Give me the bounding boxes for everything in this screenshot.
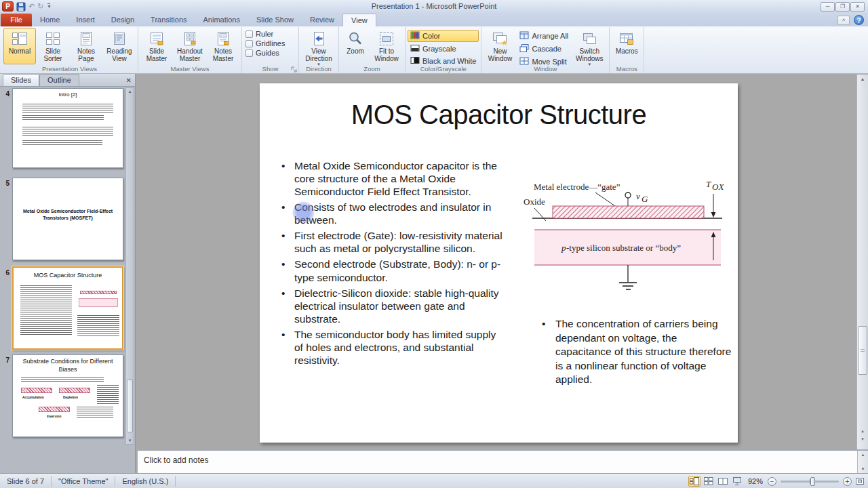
view-direction-button[interactable]: View Direction ▾ <box>301 28 336 66</box>
scroll-up-icon[interactable]: ▲ <box>858 77 867 81</box>
notes-placeholder[interactable]: Click to add notes <box>144 455 208 465</box>
tab-review[interactable]: Review <box>302 14 342 26</box>
close-panel-icon[interactable]: ✕ <box>126 77 132 84</box>
fit-to-window-icon <box>378 29 395 47</box>
main-scrollbar[interactable]: ▲ ▲ ▼ <box>856 75 868 449</box>
slide-sorter-icon <box>45 29 61 47</box>
group-label-show: Show <box>242 65 298 73</box>
macros-button[interactable]: Macros <box>612 28 642 64</box>
next-slide-icon[interactable]: ▼ <box>858 437 867 441</box>
slide-master-label: Slide Master <box>140 47 173 62</box>
color-button[interactable]: Color <box>408 30 479 42</box>
cascade-button[interactable]: Cascade <box>517 43 571 54</box>
tab-insert[interactable]: Insert <box>68 14 103 26</box>
tab-slides[interactable]: Slides <box>3 74 39 86</box>
notes-master-button[interactable]: Notes Master <box>207 28 239 64</box>
tab-animations[interactable]: Animations <box>195 14 248 26</box>
thumbnail-number: 7 <box>1 357 9 364</box>
dialog-launcher-icon[interactable] <box>291 66 297 72</box>
zoom-in-icon[interactable]: + <box>843 477 852 486</box>
zoom-out-icon[interactable]: − <box>768 477 776 486</box>
ruler-checkbox-row[interactable]: Ruler <box>244 30 286 38</box>
notes-scrollbar[interactable]: ▲ ▼ <box>857 451 868 473</box>
slide-thumbnail-5[interactable]: Metal Oxide Semiconductor Field-Effect T… <box>12 178 123 260</box>
normal-view-button[interactable]: Normal <box>3 28 36 64</box>
reading-view-shortcut[interactable] <box>717 476 729 487</box>
new-window-button[interactable]: New Window <box>484 28 516 67</box>
tab-view[interactable]: View <box>342 14 376 26</box>
slide-sorter-button[interactable]: Slide Sorter <box>37 28 69 64</box>
zoom-slider-thumb[interactable] <box>810 477 815 486</box>
group-direction: View Direction ▾ Direction <box>299 27 339 73</box>
fit-slide-to-window-button[interactable] <box>854 476 866 487</box>
slide-thumbnail-6-selected[interactable]: MOS Capacitor Structure <box>12 266 123 350</box>
grayscale-label: Grayscale <box>422 45 456 53</box>
gridlines-checkbox[interactable] <box>245 40 253 47</box>
previous-slide-icon[interactable]: ▲ <box>858 429 867 433</box>
slide-side-textbox[interactable]: The concentration of carriers being depe… <box>536 317 734 387</box>
slide-thumbnail-7[interactable]: Substrate Conditions for Different Biase… <box>12 354 123 437</box>
switch-windows-button[interactable]: Switch Windows ▾ <box>572 28 607 67</box>
gate-electrode-bar <box>553 206 704 218</box>
thumbnail-title: Intro [2] <box>13 92 123 98</box>
view-direction-label: View Direction <box>301 47 336 62</box>
guides-checkbox-row[interactable]: Guides <box>244 49 286 57</box>
fit-to-window-button[interactable]: Fit to Window <box>370 28 403 64</box>
thumbnail-label: Accumulation <box>22 396 44 399</box>
reading-view-icon <box>111 29 127 47</box>
zoom-button[interactable]: Zoom <box>341 28 370 64</box>
scroll-up-icon[interactable]: ▲ <box>858 453 868 457</box>
language-indicator[interactable]: English (U.S.) <box>115 476 176 487</box>
gridlines-checkbox-row[interactable]: Gridlines <box>244 39 286 47</box>
mos-capacitor-diagram[interactable]: Metal electrode—“gate” Oxide v G T OX p … <box>522 172 732 311</box>
collapse-ribbon-icon[interactable]: ˄ <box>837 16 850 25</box>
ruler-checkbox[interactable] <box>245 30 253 38</box>
tab-home[interactable]: Home <box>32 14 68 26</box>
tab-slide-show[interactable]: Slide Show <box>248 14 302 26</box>
tox-label: T <box>706 179 711 189</box>
panel-scrollbar[interactable]: ▲ ▼ <box>125 87 134 445</box>
slide-master-button[interactable]: Slide Master <box>140 28 173 64</box>
thumbnail-content-lines <box>22 115 104 120</box>
zoom-percentage[interactable]: 92% <box>748 477 763 485</box>
slide-editing-area[interactable]: MOS Capacitor Structure Metal Oxide Semi… <box>260 83 738 443</box>
window-title: Presentation 1 - Microsoft PowerPoint <box>0 2 868 10</box>
reading-view-button[interactable]: Reading View <box>103 28 136 64</box>
slide-body-textbox[interactable]: Metal Oxide Semiconductor capacitor is t… <box>276 159 507 369</box>
zoom-slider[interactable] <box>781 481 839 483</box>
substrate-label-p: p <box>561 243 566 253</box>
arrange-all-button[interactable]: Arrange All <box>517 30 571 41</box>
bullet-item: Second electrode (Substrate, Body): n- o… <box>276 258 507 283</box>
scroll-down-icon[interactable]: ▼ <box>126 439 134 443</box>
scroll-up-icon[interactable]: ▲ <box>126 89 134 94</box>
group-label-window: Window <box>481 65 609 73</box>
tab-file[interactable]: File <box>1 14 32 26</box>
handout-master-button[interactable]: Handout Master <box>174 28 206 64</box>
normal-view-shortcut[interactable] <box>688 476 701 487</box>
panel-scrollbar-thumb[interactable] <box>127 380 133 432</box>
grayscale-button[interactable]: Grayscale <box>408 43 479 54</box>
group-label-presentation-views: Presentation Views <box>1 65 138 73</box>
tab-outline[interactable]: Outline <box>39 74 79 86</box>
minimize-button[interactable]: ─ <box>821 2 835 12</box>
zoom-label: Zoom <box>347 47 364 55</box>
cascade-label: Cascade <box>532 45 561 53</box>
help-icon[interactable]: ? <box>854 15 864 25</box>
ribbon-corner-controls: ˄ ? <box>837 15 864 25</box>
scroll-down-icon[interactable]: ▼ <box>858 467 868 471</box>
restore-button[interactable]: ❐ <box>835 2 850 12</box>
tab-transitions[interactable]: Transitions <box>142 14 195 26</box>
tab-design[interactable]: Design <box>103 14 142 26</box>
slide-show-shortcut[interactable] <box>731 476 743 487</box>
slide-thumbnail-4[interactable]: Intro [2] <box>12 88 123 168</box>
thumbnail-content-lines <box>77 315 119 337</box>
close-button[interactable]: ✕ <box>850 2 865 12</box>
guides-checkbox[interactable] <box>245 49 253 57</box>
slide-master-icon <box>149 29 165 47</box>
thumbnail-diagram-substrate <box>79 298 118 307</box>
notes-page-button[interactable]: Notes Page <box>70 28 102 64</box>
slide-title-textbox[interactable]: MOS Capacitor Structure <box>260 100 738 130</box>
notes-pane[interactable]: Click to add notes ▲ ▼ <box>137 449 868 473</box>
slide-sorter-shortcut[interactable] <box>703 476 715 487</box>
main-scrollbar-thumb[interactable] <box>858 326 867 375</box>
